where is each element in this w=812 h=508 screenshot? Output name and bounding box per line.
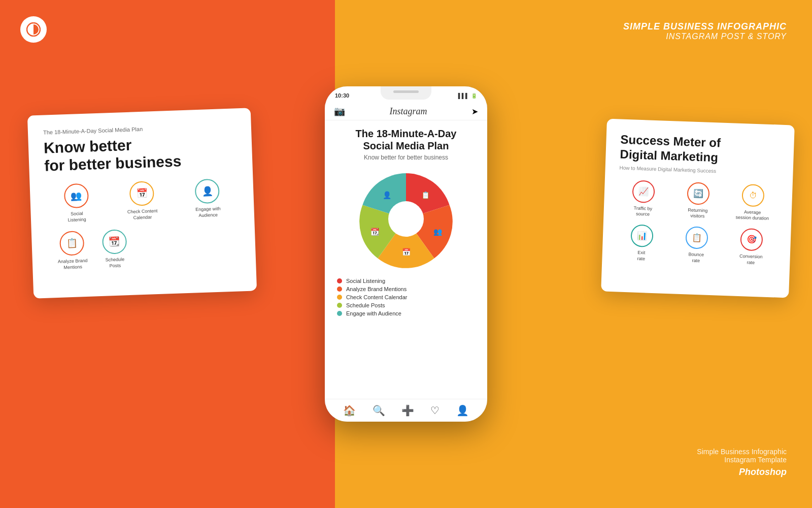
- nav-home-icon[interactable]: 🏠: [343, 404, 356, 417]
- phone-main-subtitle: Know better for better business: [364, 154, 448, 161]
- metric-label-returning: Returningvisitors: [688, 207, 708, 220]
- legend-dot-1: [337, 278, 342, 283]
- icon-label-engage: Engage withAudience: [195, 206, 221, 219]
- left-card: The 18-Minute-A-Day Social Media Plan Kn…: [27, 108, 257, 298]
- legend-label-5: Engage with Audience: [346, 310, 401, 316]
- pie-chart: 📋 👥 📅 📆 👤: [355, 168, 457, 270]
- nav-search-icon[interactable]: 🔍: [373, 404, 385, 417]
- slice-icon-2: 👥: [433, 228, 443, 236]
- left-card-title: Know betterfor better business: [44, 133, 238, 174]
- nav-add-icon[interactable]: ➕: [401, 404, 414, 417]
- slice-icon-1: 📋: [421, 191, 430, 200]
- metric-circle-bounce: 📋: [685, 226, 708, 249]
- header-title-sub: INSTAGRAM POST & STORY: [623, 32, 787, 41]
- legend-dot-2: [337, 287, 342, 292]
- legend-label-2: Analyze Brand Mentions: [346, 286, 407, 292]
- icon-circle-schedule: 📆: [101, 230, 127, 255]
- footer-line2: Instagram Template: [697, 456, 787, 464]
- status-icons: ▌▌▌ 🔋: [458, 93, 477, 99]
- legend-item-5: Engage with Audience: [337, 310, 475, 316]
- ig-header: 📷 Instagram ➤: [325, 102, 487, 120]
- legend-label-4: Schedule Posts: [346, 302, 385, 308]
- icon-circle-yellow: 📅: [129, 181, 154, 206]
- metric-conversion: 🎯 Conversionrate: [726, 228, 777, 267]
- slice-icon-3: 📅: [402, 248, 411, 257]
- left-card-icons-row2: 📋 Analyze BrandMentions 📆 SchedulePosts: [47, 226, 241, 272]
- phone-speaker: [393, 90, 419, 93]
- metric-circle-returning: 🔄: [687, 182, 710, 205]
- phone-content: The 18-Minute-A-DaySocial Media Plan Kno…: [325, 120, 487, 399]
- signal-icon: ▌▌▌: [458, 93, 469, 99]
- icon-content-calendar: 📅 Check ContentCalendar: [111, 180, 174, 222]
- metric-circle-session: ⏱: [741, 184, 765, 207]
- legend-item-1: Social Listening: [337, 278, 475, 284]
- metric-returning: 🔄 Returningvisitors: [672, 181, 724, 220]
- icon-label-social: SocialListening: [67, 211, 86, 224]
- metrics-grid: 📈 Traffic bysource 🔄 Returningvisitors ⏱…: [616, 179, 778, 267]
- metric-label-conversion: Conversionrate: [739, 253, 762, 266]
- top-right-title: SIMPLE BUSINESS INFOGRAPHIC INSTAGRAM PO…: [623, 21, 787, 41]
- metric-session: ⏱ Averagesession duration: [727, 183, 779, 223]
- icon-circle-teal: 👤: [195, 179, 220, 204]
- footer-line1: Simple Business Infographic: [697, 448, 787, 456]
- phone-screen: 10:30 ▌▌▌ 🔋 📷 Instagram ➤ The 18-Minute-…: [325, 86, 487, 422]
- legend-item-2: Analyze Brand Mentions: [337, 286, 475, 292]
- left-panel: The 18-Minute-A-Day Social Media Plan Kn…: [0, 0, 335, 508]
- right-card-title: Success Meter ofDigital Marketing: [620, 133, 780, 168]
- metric-label-bounce: Bouncerate: [688, 251, 704, 264]
- metric-label-exit: Exitrate: [637, 250, 645, 262]
- icon-label-calendar: Check ContentCalendar: [127, 208, 158, 221]
- legend: Social Listening Analyze Brand Mentions …: [333, 278, 479, 319]
- icon-brand-mentions: 📋 Analyze BrandMentions: [57, 231, 88, 271]
- icon-label-schedule: SchedulePosts: [105, 257, 124, 270]
- icon-engage-audience: 👤 Engage withAudience: [176, 178, 239, 219]
- slice-icon-4: 📆: [370, 228, 380, 236]
- legend-label-1: Social Listening: [346, 278, 385, 284]
- battery-icon: 🔋: [471, 93, 477, 99]
- metric-circle-exit: 📊: [630, 224, 654, 247]
- send-icon[interactable]: ➤: [471, 107, 478, 116]
- legend-item-4: Schedule Posts: [337, 302, 475, 308]
- phone-main-title: The 18-Minute-A-DaySocial Media Plan: [356, 128, 457, 152]
- icon-circle-brand: 📋: [59, 231, 85, 256]
- icon-circle-orange: 👥: [63, 183, 89, 209]
- camera-icon[interactable]: 📷: [334, 106, 345, 117]
- metric-exit: 📊 Exitrate: [616, 224, 667, 263]
- legend-dot-3: [337, 295, 342, 300]
- footer-app: Photoshop: [697, 467, 787, 478]
- right-card: Success Meter ofDigital Marketing How to…: [601, 119, 795, 298]
- legend-item-3: Check Content Calendar: [337, 294, 475, 300]
- legend-dot-5: [337, 311, 342, 316]
- metric-label-session: Averagesession duration: [735, 209, 769, 222]
- metric-circle-conversion: 🎯: [740, 228, 763, 251]
- icon-schedule-posts: 📆 SchedulePosts: [101, 230, 127, 270]
- phone-notch: [381, 86, 431, 100]
- legend-label-3: Check Content Calendar: [346, 294, 407, 300]
- pie-center: [388, 201, 424, 237]
- bottom-right-text: Simple Business Infographic Instagram Te…: [697, 448, 787, 478]
- pie-chart-container: 📋 👥 📅 📆 👤: [355, 168, 457, 270]
- phone-nav: 🏠 🔍 ➕ ♡ 👤: [325, 399, 487, 422]
- status-time: 10:30: [335, 92, 349, 99]
- legend-dot-4: [337, 303, 342, 308]
- phone-mockup: 10:30 ▌▌▌ 🔋 📷 Instagram ➤ The 18-Minute-…: [325, 86, 487, 422]
- icon-label-brand: Analyze BrandMentions: [58, 258, 88, 271]
- metric-traffic: 📈 Traffic bysource: [618, 179, 669, 218]
- nav-heart-icon[interactable]: ♡: [430, 404, 439, 417]
- nav-profile-icon[interactable]: 👤: [456, 404, 469, 417]
- slice-icon-5: 👤: [383, 191, 392, 200]
- left-card-icons-row1: 👥 SocialListening 📅 Check ContentCalenda…: [45, 178, 239, 224]
- metric-circle-traffic: 📈: [632, 180, 655, 203]
- ig-app-name: Instagram: [389, 106, 427, 117]
- logo: [20, 16, 47, 43]
- metric-label-traffic: Traffic bysource: [633, 205, 652, 218]
- icon-social-listening: 👥 SocialListening: [45, 182, 108, 224]
- header-title-main: SIMPLE BUSINESS INFOGRAPHIC: [623, 21, 787, 32]
- metric-bounce: 📋 Bouncerate: [671, 226, 722, 265]
